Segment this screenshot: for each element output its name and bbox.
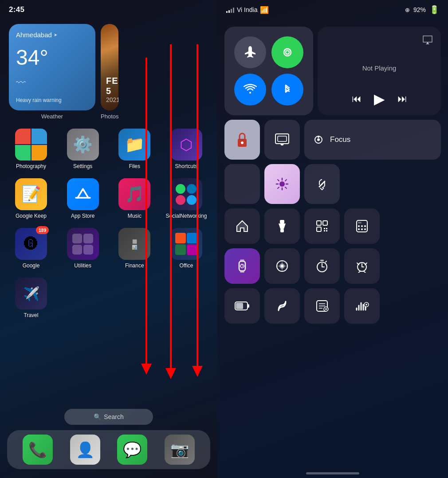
dock-phone[interactable]: 📞	[23, 435, 53, 465]
app-social[interactable]: SocialNetworking	[164, 178, 208, 219]
signal-bar-2	[228, 10, 230, 13]
screen-mirror-button[interactable]	[264, 120, 300, 160]
google-label: Google	[23, 263, 40, 269]
app-files[interactable]: 📁 Files	[112, 129, 157, 169]
home-indicator	[306, 472, 359, 474]
focus-button[interactable]: Focus	[304, 120, 441, 160]
cc-third-row	[224, 164, 441, 204]
wifi-status-icon: 📶	[260, 6, 269, 14]
svg-point-15	[318, 136, 319, 138]
app-settings[interactable]: ⚙️ Settings	[61, 129, 105, 169]
portrait-lock-button[interactable]	[224, 120, 260, 160]
social-label: SocialNetworking	[166, 213, 207, 219]
svg-rect-27	[280, 229, 284, 232]
app-travel[interactable]: ✈️ Travel	[9, 278, 53, 318]
svg-line-23	[285, 187, 287, 188]
dock-messages[interactable]: 💬	[117, 435, 147, 465]
svg-rect-48	[240, 270, 244, 273]
time-display: 2:45	[9, 5, 24, 14]
cellular-data-button[interactable]	[271, 36, 303, 68]
app-googlekeep[interactable]: 📝 Google Keep	[9, 178, 53, 219]
shazam-button[interactable]	[264, 288, 300, 324]
cc-sixth-row	[224, 288, 441, 324]
svg-point-37	[358, 225, 360, 227]
search-bar[interactable]: 🔍 Search	[64, 409, 153, 425]
bluetooth-button[interactable]	[271, 74, 303, 106]
cc-fifth-row	[224, 248, 441, 284]
play-button[interactable]: ▶	[374, 90, 385, 107]
quick-note-button[interactable]	[304, 288, 340, 324]
app-finance[interactable]: ▦ 📊 Finance	[112, 228, 157, 269]
prev-track-button[interactable]: ⏮	[352, 93, 362, 105]
flashlight-button[interactable]	[264, 208, 300, 244]
signal-bar-3	[231, 9, 232, 13]
cc-fourth-row	[224, 208, 441, 244]
photography-icon	[15, 129, 47, 161]
svg-point-40	[358, 228, 360, 230]
app-music[interactable]: 🎵 Music	[112, 178, 157, 219]
svg-point-16	[317, 138, 320, 141]
googlekeep-icon: 📝	[15, 178, 47, 210]
finance-label: Finance	[125, 263, 144, 269]
social-icon	[170, 178, 202, 210]
app-photography[interactable]: Photography	[9, 129, 53, 169]
app-google[interactable]: 🅖 189 Google	[9, 228, 53, 269]
home-button[interactable]	[224, 208, 260, 244]
app-grid: Photography ⚙️ Settings 📁 Files ⬡ Shortc…	[9, 129, 208, 327]
brightness-button[interactable]	[264, 164, 300, 204]
photos-bg: FEBRUARY 5 2021	[101, 24, 118, 110]
svg-rect-29	[323, 221, 327, 225]
signal-bars	[226, 7, 234, 13]
svg-rect-26	[280, 220, 284, 223]
dock-camera[interactable]: 📷	[165, 435, 195, 465]
app-appstore[interactable]: App Store	[61, 178, 105, 219]
media-controls: ⏮ ▶ ⏭	[326, 90, 433, 107]
cc-top-row: Not Playing ⏮ ▶ ⏭	[224, 27, 441, 115]
media-player: Not Playing ⏮ ▶ ⏭	[318, 27, 441, 115]
status-left: Vi India 📶	[226, 6, 269, 14]
svg-line-24	[285, 180, 287, 181]
photos-label: Photos	[101, 113, 118, 120]
timer-button[interactable]	[304, 248, 340, 284]
app-utilities[interactable]: Utilities	[61, 228, 105, 269]
apple-watch-button[interactable]	[224, 248, 260, 284]
svg-rect-47	[240, 259, 244, 262]
weather-label: Weather	[9, 113, 95, 120]
app-office[interactable]: Office	[164, 228, 208, 269]
office-label: Office	[179, 263, 193, 269]
dock-contacts[interactable]: 👤	[70, 435, 100, 465]
photos-widget[interactable]: FEBRUARY 5 2021	[101, 24, 118, 110]
svg-rect-32	[326, 228, 327, 229]
battery-percentage: 92%	[413, 6, 426, 13]
battery-widget-button[interactable]	[224, 288, 260, 324]
wifi-toggle-button[interactable]	[234, 74, 266, 106]
next-track-button[interactable]: ⏭	[397, 93, 407, 105]
cc-grid: Not Playing ⏮ ▶ ⏭	[224, 27, 441, 328]
airplay-icon[interactable]	[422, 35, 433, 45]
location-icon: ⊕	[405, 7, 410, 13]
appstore-icon	[67, 178, 99, 210]
finance-icon: ▦ 📊	[118, 228, 150, 260]
carrier-name: Vi India	[237, 6, 257, 13]
svg-marker-4	[165, 368, 176, 379]
signal-bar-4	[233, 8, 234, 13]
weather-city: Ahmedabad	[16, 31, 88, 39]
weather-description: Heavy rain warning	[16, 97, 88, 103]
photos-year: 2021	[106, 96, 118, 103]
utilities-icon	[67, 228, 99, 260]
calculator-button[interactable]	[344, 208, 380, 244]
weather-widget[interactable]: Ahmedabad 34° 〰 Heavy rain warning	[9, 24, 95, 110]
svg-point-42	[364, 228, 366, 230]
svg-line-61	[358, 271, 360, 273]
airplane-mode-button[interactable]	[234, 36, 266, 68]
signal-bar-1	[226, 11, 228, 13]
sound-analysis-button[interactable]	[344, 288, 380, 324]
silent-mode-button[interactable]	[304, 164, 340, 204]
app-shortcuts[interactable]: ⬡ Shortcuts	[164, 129, 208, 169]
alarm-button[interactable]	[344, 248, 380, 284]
svg-point-11	[241, 141, 244, 144]
scan-button[interactable]	[304, 208, 340, 244]
svg-rect-64	[248, 304, 249, 308]
status-bar-right: Vi India 📶 ⊕ 92% 🔋	[217, 0, 448, 20]
display-button[interactable]	[264, 248, 300, 284]
